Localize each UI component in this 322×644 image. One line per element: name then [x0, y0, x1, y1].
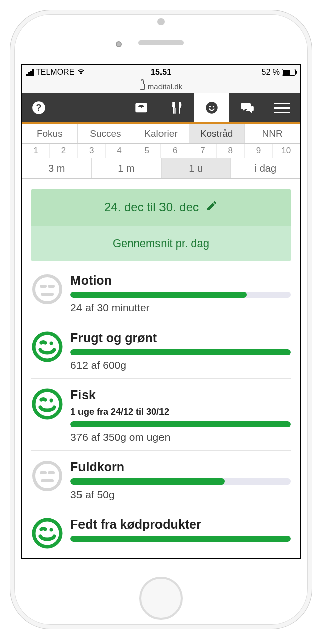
num-1[interactable]: 1 [22, 144, 50, 158]
smile-face-icon [31, 331, 63, 365]
metric-detail: 35 af 50g [70, 489, 291, 501]
num-5[interactable]: 5 [133, 144, 161, 158]
progress-bar [70, 349, 291, 355]
smile-face-icon [31, 517, 63, 551]
metrics-list: Motion24 af 30 minutterFrugt og grønt612… [31, 264, 291, 559]
num-8[interactable]: 8 [217, 144, 245, 158]
range-3[interactable]: i dag [231, 158, 300, 178]
metric-item[interactable]: Fuldkorn35 af 50g [31, 451, 291, 508]
smile-face-icon [31, 388, 63, 422]
metric-item[interactable]: Frugt og grønt612 af 600g [31, 321, 291, 379]
num-10[interactable]: 10 [273, 144, 300, 158]
metric-title: Fedt fra kødprodukter [70, 517, 291, 532]
status-bar: TELMORE 15.51 52 % [22, 65, 300, 80]
svg-point-4 [213, 106, 214, 107]
url-label: madital.dk [148, 82, 182, 91]
svg-point-11 [34, 390, 61, 418]
menu-button[interactable] [265, 93, 300, 122]
date-range-label: 24. dec til 30. dec [104, 200, 199, 214]
battery-icon [282, 69, 296, 76]
metric-item[interactable]: Motion24 af 30 minutter [31, 264, 291, 321]
range-0[interactable]: 3 m [22, 158, 92, 178]
num-7[interactable]: 7 [189, 144, 217, 158]
svg-point-12 [50, 399, 53, 403]
phone-speaker [138, 40, 184, 45]
svg-point-18 [50, 528, 53, 532]
wifi-icon [76, 68, 86, 77]
range-2[interactable]: 1 u [162, 158, 231, 178]
num-9[interactable]: 9 [245, 144, 272, 158]
metric-detail: 612 af 600g [70, 359, 291, 371]
metric-title: Fuldkorn [70, 460, 291, 474]
clock-label: 15.51 [116, 68, 206, 77]
svg-point-13 [34, 462, 61, 490]
svg-point-9 [34, 333, 61, 360]
svg-point-17 [34, 520, 61, 547]
progress-bar [70, 292, 291, 298]
tab-succes[interactable]: Succes [78, 124, 134, 143]
num-2[interactable]: 2 [50, 144, 77, 158]
date-card: 24. dec til 30. dec Gennemsnit pr. dag [31, 189, 291, 261]
num-4[interactable]: 4 [106, 144, 133, 158]
progress-bar [70, 421, 291, 427]
avg-label: Gennemsnit pr. dag [31, 226, 291, 261]
lock-icon [140, 84, 145, 90]
svg-point-2 [206, 102, 217, 113]
category-tabs: FokusSuccesKalorierKostrådNNR [22, 124, 300, 144]
metric-detail: 376 af 350g om ugen [70, 431, 291, 443]
nav-smile-active[interactable] [194, 93, 229, 122]
metric-item[interactable]: Fisk1 uge fra 24/12 til 30/12376 af 350g… [31, 379, 291, 451]
phone-camera-side [116, 41, 122, 47]
home-button[interactable] [139, 577, 183, 620]
tab-nnr[interactable]: NNR [245, 124, 300, 143]
nav-food[interactable] [159, 93, 194, 122]
range-1[interactable]: 1 m [92, 158, 161, 178]
num-6[interactable]: 6 [161, 144, 189, 158]
screen: TELMORE 15.51 52 % madital.dk ? [21, 64, 301, 559]
help-button[interactable]: ? [22, 93, 55, 122]
nav-scale[interactable] [124, 93, 159, 122]
svg-point-5 [34, 276, 61, 303]
progress-bar [70, 536, 291, 542]
url-bar[interactable]: madital.dk [22, 80, 300, 93]
top-nav: ? [22, 93, 300, 124]
num-3[interactable]: 3 [78, 144, 106, 158]
nav-chat[interactable] [229, 93, 265, 122]
edit-icon[interactable] [206, 200, 218, 215]
neutral-face-icon [31, 273, 63, 307]
number-row: 12345678910 [22, 144, 300, 158]
metric-item[interactable]: Fedt fra kødprodukter [31, 508, 291, 559]
tab-kalorier[interactable]: Kalorier [133, 124, 189, 143]
neutral-face-icon [31, 460, 63, 494]
signal-icon [26, 69, 34, 76]
metric-subtitle: 1 uge fra 24/12 til 30/12 [70, 407, 291, 417]
metric-title: Fisk [70, 388, 291, 403]
tab-fokus[interactable]: Fokus [22, 124, 78, 143]
svg-point-10 [50, 342, 53, 345]
carrier-label: TELMORE [36, 68, 74, 77]
svg-point-3 [209, 106, 211, 107]
progress-bar [70, 478, 291, 485]
svg-text:?: ? [36, 102, 41, 113]
tab-kostråd[interactable]: Kostråd [189, 124, 245, 143]
phone-frame-mid: TELMORE 15.51 52 % madital.dk ? [14, 14, 308, 625]
metric-title: Frugt og grønt [70, 331, 291, 345]
battery-pct-label: 52 % [262, 68, 280, 77]
metric-detail: 24 af 30 minutter [70, 302, 291, 314]
range-tabs: 3 m1 m1 ui dag [22, 158, 300, 179]
phone-frame-outer: TELMORE 15.51 52 % madital.dk ? [10, 10, 312, 629]
metric-title: Motion [70, 273, 291, 288]
